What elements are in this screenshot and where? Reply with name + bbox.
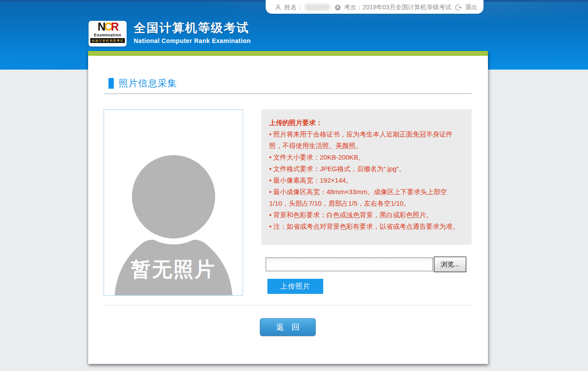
content-card: 照片信息采集 暂无照片 上传的照片要求： •照片将来用于合格证书，应为考生本人近… — [88, 51, 488, 364]
requirement-item: •文件大小要求：20KB-200KB。 — [269, 152, 464, 163]
exam-session-value: 2019年03月全国计算机等级考试 — [363, 4, 452, 12]
user-name-redacted — [305, 4, 330, 11]
back-button[interactable]: 返 回 — [260, 318, 316, 336]
ncre-logo: NCR Examination 全国计算机等级考试 — [89, 21, 127, 47]
user-name-field: 姓名： — [275, 4, 330, 12]
requirement-item: •最小像素高宽：192×144。 — [269, 175, 464, 186]
bullet-icon: • — [269, 130, 271, 138]
section-title: 照片信息采集 — [108, 77, 177, 90]
exam-session-field: 考次： 2019年03月全国计算机等级考试 — [334, 4, 452, 12]
bullet-icon: • — [269, 153, 271, 161]
bullet-icon: • — [269, 223, 271, 230]
section-title-marker — [108, 78, 114, 89]
logout-label: 退出 — [465, 4, 477, 12]
section-title-text: 照片信息采集 — [119, 77, 177, 90]
logout-link[interactable]: 退出 — [455, 4, 477, 12]
brand-row: NCR Examination 全国计算机等级考试 全国计算机等级考试 Nati… — [89, 21, 251, 47]
requirement-item: •最小成像区高宽：48mm×33mm。成像区上下要求头上部空1/10，头部占7/… — [269, 186, 464, 209]
requirement-item: •注：如省或考点对背景色彩有要求，以省或考点通告要求为准。 — [269, 221, 464, 232]
ncre-logo-strip: 全国计算机等级考试 — [90, 38, 125, 43]
file-path-input[interactable] — [266, 258, 433, 271]
file-chooser: 浏览... — [266, 257, 467, 273]
bullet-icon: • — [269, 211, 271, 219]
brand-text: 全国计算机等级考试 National Computer Rank Examina… — [134, 21, 251, 44]
ncre-logo-letters: NCR — [97, 21, 117, 32]
requirement-item: •文件格式要求：JPEG格式，后缀名为“.jpg”。 — [269, 163, 464, 175]
bottom-divider — [104, 305, 472, 305]
exam-session-label: 考次： — [344, 4, 363, 12]
no-photo-text: 暂无照片 — [104, 256, 243, 283]
person-icon — [275, 4, 282, 11]
exam-session-icon — [334, 4, 341, 11]
requirements-list: •照片将来用于合格证书，应为考生本人近期正面免冠半身证件照，不得使用生活照、美颜… — [269, 129, 464, 232]
requirements-heading: 上传的照片要求： — [269, 117, 464, 129]
user-name-label: 姓名： — [284, 4, 303, 12]
bullet-icon: • — [269, 165, 271, 172]
page: 姓名： 考次： 2019年03月全国计算机等级考试 退出 NCR Examina… — [0, 0, 588, 371]
requirement-item: •背景和色彩要求：白色或浅色背景，黑白或彩色照片。 — [269, 209, 464, 221]
bullet-icon: • — [269, 176, 271, 184]
section-title-divider — [104, 94, 472, 94]
browse-button[interactable]: 浏览... — [434, 257, 466, 272]
user-bar: 姓名： 考次： 2019年03月全国计算机等级考试 退出 — [266, 0, 484, 14]
site-title-cn: 全国计算机等级考试 — [134, 21, 251, 35]
requirement-item: •照片将来用于合格证书，应为考生本人近期正面免冠半身证件照，不得使用生活照、美颜… — [269, 129, 464, 152]
upload-requirements: 上传的照片要求： •照片将来用于合格证书，应为考生本人近期正面免冠半身证件照，不… — [261, 109, 472, 245]
site-title-en: National Computer Rank Examination — [134, 37, 251, 44]
upload-photo-button[interactable]: 上传照片 — [267, 279, 323, 294]
logout-icon — [455, 4, 462, 11]
bullet-icon: • — [269, 188, 271, 195]
ncre-logo-subtext: Examination — [94, 32, 121, 37]
photo-placeholder: 暂无照片 — [104, 109, 243, 296]
